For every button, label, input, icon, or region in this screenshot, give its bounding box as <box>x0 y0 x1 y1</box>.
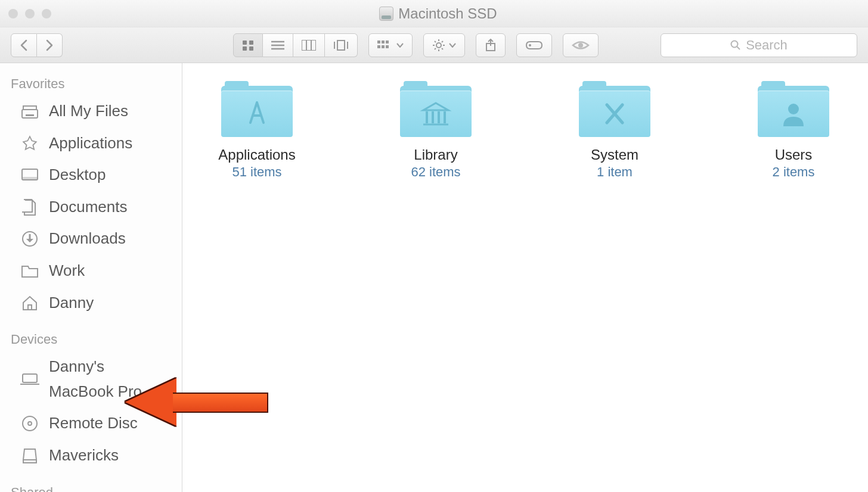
sidebar-section-shared: Shared <box>0 480 182 492</box>
sidebar-item-downloads[interactable]: Downloads <box>0 223 182 255</box>
desktop-icon <box>20 166 39 185</box>
svg-point-31 <box>578 43 583 48</box>
svg-rect-14 <box>382 41 385 43</box>
svg-rect-35 <box>26 114 34 116</box>
sidebar-item-label: Remote Disc <box>49 411 138 436</box>
window-title: Macintosh SSD <box>51 5 825 22</box>
folder-icon <box>758 81 829 137</box>
svg-rect-2 <box>243 46 247 51</box>
folder-library[interactable]: Library 62 items <box>385 81 486 180</box>
svg-rect-13 <box>377 41 380 43</box>
disc-icon <box>20 414 39 433</box>
main-area: Applications 51 items Library 62 items <box>182 63 868 492</box>
folder-item-count: 51 items <box>232 164 281 180</box>
sidebar: Favorites All My Files Applications Desk… <box>0 63 182 492</box>
svg-rect-1 <box>249 41 253 45</box>
window-controls <box>8 9 51 18</box>
share-button[interactable] <box>476 33 506 57</box>
sidebar-item-danny[interactable]: Danny <box>0 287 182 319</box>
folder-name: Applications <box>218 147 295 163</box>
window-title-text: Macintosh SSD <box>398 5 497 22</box>
external-disk-icon <box>20 446 39 465</box>
folder-icon <box>221 81 293 137</box>
annotation-arrow <box>125 384 268 420</box>
search-field[interactable]: Search <box>661 33 857 57</box>
folder-name: System <box>591 147 638 163</box>
column-view-button[interactable] <box>293 33 325 57</box>
action-button[interactable] <box>423 33 465 57</box>
content: Favorites All My Files Applications Desk… <box>0 63 868 492</box>
home-icon <box>20 293 39 312</box>
coverflow-view-button[interactable] <box>325 33 358 57</box>
close-window-button[interactable] <box>8 9 18 18</box>
svg-point-44 <box>28 422 32 425</box>
svg-line-25 <box>442 48 443 49</box>
folder-system[interactable]: System 1 item <box>564 81 665 180</box>
sidebar-item-label: Downloads <box>49 226 126 251</box>
documents-icon <box>20 198 39 217</box>
sidebar-item-desktop[interactable]: Desktop <box>0 159 182 191</box>
svg-rect-10 <box>337 41 345 50</box>
sidebar-item-applications[interactable]: Applications <box>0 127 182 160</box>
svg-point-32 <box>731 41 738 47</box>
sidebar-item-label: Applications <box>49 131 132 156</box>
folder-name: Library <box>414 147 457 163</box>
titlebar: Macintosh SSD <box>0 0 868 27</box>
svg-rect-45 <box>23 460 36 463</box>
svg-line-27 <box>435 48 436 49</box>
back-button[interactable] <box>11 33 37 57</box>
view-buttons <box>233 33 358 57</box>
svg-rect-7 <box>302 40 316 51</box>
folder-icon <box>400 81 472 137</box>
svg-point-30 <box>529 44 531 46</box>
svg-point-43 <box>23 416 37 431</box>
svg-rect-37 <box>22 177 38 180</box>
svg-rect-34 <box>22 110 38 118</box>
folder-grid: Applications 51 items Library 62 items <box>206 81 844 180</box>
laptop-icon <box>20 370 39 389</box>
svg-rect-18 <box>386 45 389 48</box>
svg-rect-40 <box>28 305 32 310</box>
sidebar-item-label: All My Files <box>49 99 128 124</box>
folder-item-count: 62 items <box>411 164 460 180</box>
sidebar-item-label: Danny <box>49 291 94 316</box>
sidebar-item-label: Work <box>49 259 85 284</box>
svg-line-26 <box>442 41 443 42</box>
folder-applications[interactable]: Applications 51 items <box>206 81 308 180</box>
svg-rect-3 <box>249 46 253 51</box>
svg-rect-17 <box>382 45 385 48</box>
svg-line-33 <box>737 46 740 49</box>
quicklook-button[interactable] <box>563 33 599 57</box>
svg-rect-16 <box>377 45 380 48</box>
list-view-button[interactable] <box>263 33 293 57</box>
forward-button[interactable] <box>37 33 63 57</box>
folder-item-count: 1 item <box>597 164 633 180</box>
svg-point-55 <box>788 104 799 114</box>
sidebar-item-label: Mavericks <box>49 443 119 468</box>
zoom-window-button[interactable] <box>42 9 51 18</box>
search-placeholder: Search <box>746 38 788 53</box>
disk-icon <box>379 7 393 21</box>
folder-item-count: 2 items <box>773 164 815 180</box>
tags-button[interactable] <box>516 33 552 57</box>
folder-name: Users <box>775 147 813 163</box>
arrange-button[interactable] <box>368 33 413 57</box>
minimize-window-button[interactable] <box>25 9 35 18</box>
sidebar-item-label: Documents <box>49 195 128 220</box>
sidebar-section-devices: Devices <box>0 327 182 351</box>
sidebar-item-label: Desktop <box>49 163 106 188</box>
folder-users[interactable]: Users 2 items <box>743 81 844 180</box>
folder-icon <box>20 261 39 281</box>
sidebar-item-all-my-files[interactable]: All My Files <box>0 95 182 127</box>
all-my-files-icon <box>20 102 39 121</box>
svg-rect-0 <box>243 41 247 45</box>
sidebar-item-mavericks[interactable]: Mavericks <box>0 440 182 472</box>
applications-icon <box>20 133 39 152</box>
icon-view-button[interactable] <box>233 33 263 57</box>
nav-buttons <box>11 33 63 57</box>
sidebar-item-documents[interactable]: Documents <box>0 191 182 223</box>
sidebar-item-work[interactable]: Work <box>0 255 182 287</box>
svg-point-19 <box>436 43 441 48</box>
svg-line-24 <box>435 41 436 42</box>
downloads-icon <box>20 229 39 248</box>
